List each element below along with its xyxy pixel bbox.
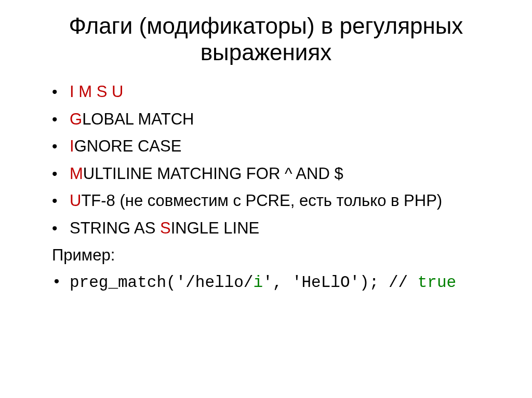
text (107, 83, 112, 101)
slide-title: Флаги (модификаторы) в регулярных выраже… (36, 13, 496, 65)
code-list: preg_match('/hello/i', 'HeLlO'); // true (36, 271, 496, 295)
bullet-item: STRING AS SINGLE LINE (52, 216, 496, 241)
code-result: true (418, 273, 456, 292)
text: STRING AS (70, 219, 160, 237)
code-line: preg_match('/hello/i', 'HeLlO'); // true (52, 271, 496, 295)
flag-m: M (78, 83, 92, 101)
bullet-item: UTF-8 (не совместим с PCRE, есть только … (52, 189, 496, 213)
text: TF-8 (не совместим с PCRE, есть только в… (81, 191, 442, 210)
flag-letter: M (70, 164, 83, 183)
text: GNORE CASE (74, 137, 182, 155)
text: INGLE LINE (171, 219, 260, 237)
bullet-item: MULTILINE MATCHING FOR ^ AND $ (52, 162, 496, 186)
flag-letter: I (70, 137, 74, 155)
text: LOBAL MATCH (82, 110, 194, 128)
code-text: preg_match('/hello/ (70, 273, 253, 292)
flag-i: I (70, 83, 74, 101)
code-flag: i (253, 273, 263, 292)
bullet-item: I M S U (52, 80, 496, 104)
text (92, 83, 97, 101)
text (74, 83, 79, 101)
flag-letter: U (70, 191, 81, 210)
code-text: ', 'HeLlO'); // (263, 273, 418, 292)
slide: Флаги (модификаторы) в регулярных выраже… (0, 0, 532, 398)
example-label: Пример: (36, 243, 496, 268)
bullet-list: I M S U GLOBAL MATCH IGNORE CASE MULTILI… (36, 80, 496, 240)
flag-s: S (97, 83, 108, 101)
bullet-item: GLOBAL MATCH (52, 107, 496, 132)
text: ULTILINE MATCHING FOR ^ AND $ (83, 164, 343, 183)
flag-letter: G (70, 110, 82, 128)
flag-letter: S (160, 219, 171, 237)
flag-u: U (112, 83, 123, 101)
bullet-item: IGNORE CASE (52, 134, 496, 159)
